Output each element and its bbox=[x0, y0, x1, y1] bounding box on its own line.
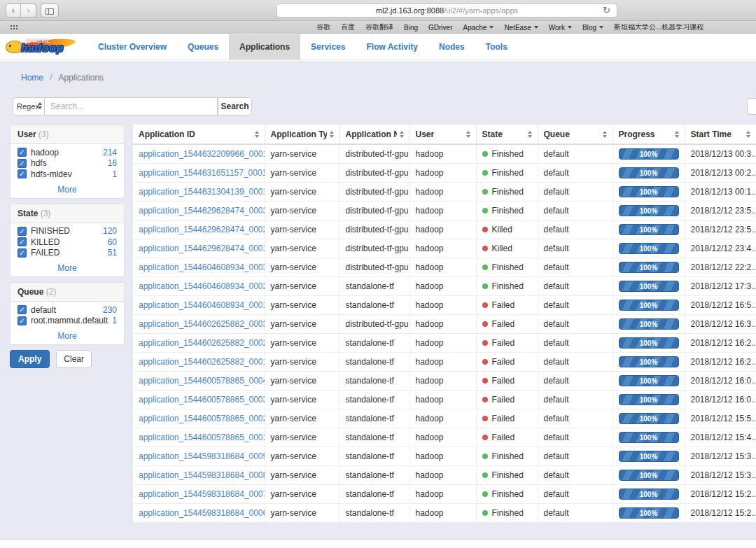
hadoop-logo[interactable]: APACHE hadoop bbox=[0, 34, 88, 59]
progress-bar: 100% bbox=[619, 243, 679, 254]
cell-state: Finished bbox=[476, 465, 538, 484]
bookmark[interactable]: Blog bbox=[582, 24, 603, 31]
nav-tab[interactable]: Applications bbox=[229, 34, 300, 59]
column-header-label: State bbox=[482, 129, 503, 139]
checkbox-checked[interactable]: ✓ bbox=[18, 248, 27, 258]
filter-item-count[interactable]: 51 bbox=[108, 248, 117, 258]
application-link[interactable]: application_1544602625882_0003 bbox=[139, 319, 265, 329]
application-link[interactable]: application_1544602625882_0002 bbox=[139, 338, 265, 348]
bookmark[interactable]: GDriver bbox=[428, 24, 452, 31]
bookmark[interactable]: Work bbox=[549, 24, 572, 31]
browser-forward-button[interactable]: › bbox=[21, 3, 36, 17]
cell-application-id: application_1544602625882_0001 bbox=[133, 352, 265, 371]
nav-tab[interactable]: Nodes bbox=[428, 34, 475, 59]
search-button[interactable]: Search bbox=[218, 97, 252, 115]
application-link[interactable]: application_1544631651157_0001 bbox=[139, 168, 265, 178]
state-more-link[interactable]: More bbox=[10, 260, 124, 276]
bookmark-label: 斯坦福大学公...机器学习课程 bbox=[614, 22, 704, 32]
column-header[interactable]: Application Type bbox=[265, 125, 340, 144]
sort-icon[interactable] bbox=[525, 131, 532, 138]
application-link[interactable]: application_1544598318684_0006 bbox=[139, 508, 265, 518]
sort-icon[interactable] bbox=[327, 131, 334, 138]
sort-icon[interactable] bbox=[743, 131, 750, 138]
sort-icon[interactable] bbox=[463, 131, 470, 138]
application-link[interactable]: application_1544598318684_0007 bbox=[139, 489, 265, 499]
cell-state: Finished bbox=[476, 201, 538, 220]
sort-icon[interactable] bbox=[397, 131, 404, 138]
browser-sidebar-button[interactable] bbox=[41, 3, 59, 17]
state-dot-icon bbox=[482, 227, 488, 232]
reload-icon[interactable]: ↻ bbox=[603, 5, 610, 15]
checkbox-checked[interactable]: ✓ bbox=[18, 227, 27, 236]
column-header[interactable]: User bbox=[410, 125, 476, 144]
sort-icon[interactable] bbox=[252, 131, 259, 138]
search-input[interactable] bbox=[45, 97, 218, 115]
application-link[interactable]: application_1544604608934_0002 bbox=[139, 281, 265, 291]
user-more-link[interactable]: More bbox=[10, 182, 124, 198]
checkbox-checked[interactable]: ✓ bbox=[18, 237, 27, 246]
bookmark[interactable]: NetEase bbox=[504, 24, 538, 31]
queue-more-link[interactable]: More bbox=[10, 328, 124, 344]
filter-item-count[interactable]: 120 bbox=[103, 226, 117, 236]
address-bar[interactable]: ml2.jd.163.org:8088/ui2/#/yarn-apps/apps bbox=[276, 3, 617, 17]
checkbox-checked[interactable]: ✓ bbox=[18, 305, 27, 314]
nav-tab[interactable]: Services bbox=[300, 34, 356, 59]
bookmark[interactable]: 谷歌翻译 bbox=[365, 22, 393, 32]
application-link[interactable]: application_1544598318684_0009 bbox=[139, 451, 265, 461]
cell-queue: default bbox=[538, 314, 612, 333]
column-header[interactable]: Queue bbox=[538, 125, 612, 144]
nav-tab[interactable]: Flow Activity bbox=[356, 34, 428, 59]
application-link[interactable]: application_1544600578865_0002 bbox=[139, 414, 265, 423]
application-link[interactable]: application_1544604608934_0001 bbox=[139, 300, 265, 310]
checkbox-checked[interactable]: ✓ bbox=[18, 316, 27, 325]
application-link[interactable]: application_1544631304139_0001 bbox=[139, 187, 265, 197]
progress-bar: 100% bbox=[619, 262, 679, 273]
filter-item-count[interactable]: 230 bbox=[103, 305, 117, 315]
table-row: application_1544600578865_0001 yarn-serv… bbox=[133, 428, 756, 447]
application-link[interactable]: application_1544600578865_0004 bbox=[139, 376, 265, 386]
column-header[interactable]: Start Time bbox=[685, 125, 756, 144]
checkbox-checked[interactable]: ✓ bbox=[18, 148, 27, 157]
filter-item-count[interactable]: 214 bbox=[103, 148, 117, 157]
application-link[interactable]: application_1544604608934_0003 bbox=[139, 262, 265, 272]
clear-button[interactable]: Clear bbox=[56, 350, 92, 368]
filter-item-count[interactable]: 60 bbox=[108, 237, 117, 247]
application-link[interactable]: application_1544598318684_0008 bbox=[139, 470, 265, 480]
sort-icon[interactable] bbox=[672, 131, 679, 138]
bookmark[interactable]: Bing bbox=[404, 24, 418, 31]
cell-application-name: distributed-tf-gpu bbox=[340, 258, 410, 276]
apply-button[interactable]: Apply bbox=[10, 350, 50, 368]
application-link[interactable]: application_1544602625882_0001 bbox=[139, 357, 265, 367]
sort-icon[interactable] bbox=[600, 131, 607, 138]
bookmark[interactable]: 百度 bbox=[341, 22, 355, 32]
nav-tab-label: Nodes bbox=[439, 42, 465, 52]
nav-tab[interactable]: Cluster Overview bbox=[88, 34, 177, 59]
breadcrumb-home-link[interactable]: Home bbox=[21, 73, 43, 83]
application-link[interactable]: application_1544600578865_0001 bbox=[139, 433, 265, 442]
filter-item-count[interactable]: 1 bbox=[112, 169, 117, 179]
application-link[interactable]: application_1544629628474_0003 bbox=[139, 206, 265, 216]
cell-application-name: distributed-tf-gpu bbox=[340, 239, 410, 258]
application-link[interactable]: application_1544629628474_0001 bbox=[139, 244, 265, 253]
filter-item-count[interactable]: 1 bbox=[112, 316, 117, 325]
column-header[interactable]: State bbox=[476, 125, 538, 144]
browser-back-button[interactable]: ‹ bbox=[6, 3, 21, 17]
cell-application-id: application_1544598318684_0007 bbox=[133, 484, 265, 503]
checkbox-checked[interactable]: ✓ bbox=[18, 169, 27, 178]
nav-tab[interactable]: Tools bbox=[475, 34, 518, 59]
application-link[interactable]: application_1544629628474_0002 bbox=[139, 225, 265, 234]
bookmarks-grid-icon[interactable] bbox=[10, 24, 19, 31]
column-header[interactable]: Application Name bbox=[340, 125, 410, 144]
filter-item-count[interactable]: 16 bbox=[108, 158, 117, 168]
column-header[interactable]: Application ID bbox=[133, 125, 265, 144]
application-link[interactable]: application_1544600578865_0003 bbox=[139, 395, 265, 405]
bookmark[interactable]: 斯坦福大学公...机器学习课程 bbox=[614, 22, 704, 32]
bookmark[interactable]: 谷歌 bbox=[316, 22, 330, 32]
application-link[interactable]: application_1544632209966_0001 bbox=[139, 149, 265, 159]
column-header[interactable]: Progress bbox=[612, 125, 685, 144]
search-mode-select[interactable]: Regex bbox=[13, 97, 45, 115]
bookmark[interactable]: Apache bbox=[463, 24, 493, 31]
checkbox-checked[interactable]: ✓ bbox=[18, 159, 27, 168]
filter-item-label: hdfs-mldev bbox=[31, 169, 112, 179]
nav-tab[interactable]: Queues bbox=[177, 34, 229, 59]
